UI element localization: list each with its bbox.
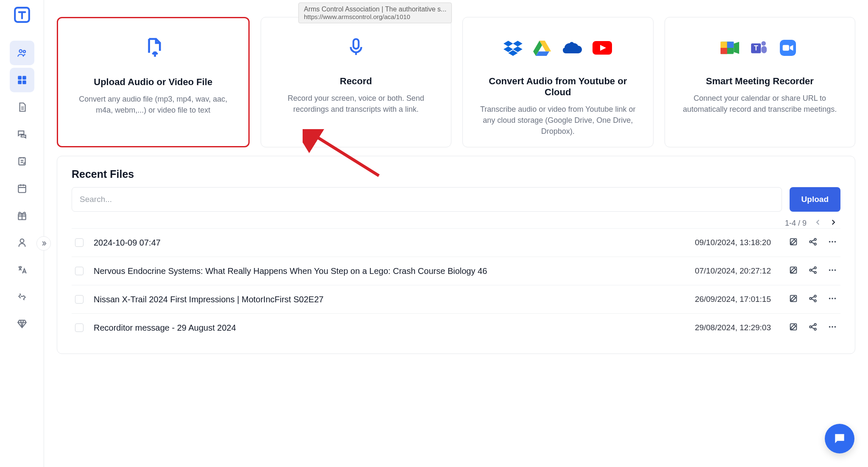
upload-button[interactable]: Upload <box>790 187 840 212</box>
next-page-button[interactable] <box>829 218 837 228</box>
svg-point-16 <box>761 41 766 46</box>
file-name: Nissan X-Trail 2024 First Impressions | … <box>94 295 663 304</box>
edit-icon[interactable] <box>789 322 798 333</box>
card-upload-desc: Convert any audio file (mp3, mp4, wav, a… <box>72 94 234 116</box>
teams-icon: T <box>750 40 770 56</box>
onedrive-icon <box>563 40 582 56</box>
file-date: 29/08/2024, 12:29:03 <box>673 323 771 332</box>
card-record[interactable]: Record Record your screen, voice or both… <box>261 17 452 147</box>
svg-point-10 <box>20 239 24 243</box>
more-icon[interactable] <box>828 294 837 305</box>
card-meeting-title: Smart Meeting Recorder <box>706 76 814 87</box>
nav-plug-icon[interactable] <box>10 285 34 309</box>
file-name: Recorditor message - 29 August 2024 <box>94 323 663 333</box>
file-row[interactable]: Recorditor message - 29 August 2024 29/0… <box>72 313 840 342</box>
nav-notes-icon[interactable] <box>10 149 34 174</box>
file-row[interactable]: Nervous Endocrine Systems: What Really H… <box>72 257 840 285</box>
svg-point-39 <box>829 298 831 299</box>
file-checkbox[interactable] <box>75 295 83 304</box>
nav-chat-icon[interactable] <box>10 122 34 146</box>
svg-point-47 <box>832 326 833 328</box>
prev-page-button[interactable] <box>814 218 822 228</box>
tooltip-title: Arms Control Association | The authorita… <box>304 6 446 13</box>
card-meeting-desc: Connect your calendar or share URL to au… <box>679 93 840 115</box>
browser-tooltip: Arms Control Association | The authorita… <box>298 3 452 23</box>
svg-point-27 <box>835 241 836 243</box>
svg-point-33 <box>832 269 833 271</box>
google-meet-icon <box>721 40 740 56</box>
nav-translate-icon[interactable] <box>10 257 34 282</box>
nav-document-icon[interactable] <box>10 95 34 119</box>
svg-point-25 <box>829 241 831 243</box>
card-cloud[interactable]: Convert Audio from Youtube or Cloud Tran… <box>462 17 654 147</box>
zoom-icon <box>780 40 799 56</box>
file-checkbox[interactable] <box>75 323 83 332</box>
svg-text:T: T <box>754 44 758 52</box>
nav-team-icon[interactable] <box>10 41 34 65</box>
youtube-icon <box>593 40 612 56</box>
card-cloud-desc: Transcribe audio or video from Youtube l… <box>477 104 638 137</box>
svg-point-1 <box>19 50 22 53</box>
share-icon[interactable] <box>808 322 818 333</box>
file-checkbox[interactable] <box>75 238 83 247</box>
page-info: 1-4 / 9 <box>785 219 807 228</box>
svg-rect-11 <box>353 39 359 49</box>
svg-point-34 <box>835 269 836 271</box>
svg-point-2 <box>23 50 25 53</box>
svg-rect-19 <box>782 45 789 50</box>
svg-rect-6 <box>22 80 26 84</box>
svg-point-48 <box>835 326 836 328</box>
svg-rect-3 <box>18 76 22 80</box>
file-date: 09/10/2024, 13:18:20 <box>673 238 771 247</box>
file-name: 2024-10-09 07:47 <box>94 238 663 248</box>
share-icon[interactable] <box>808 294 818 305</box>
file-row[interactable]: Nissan X-Trail 2024 First Impressions | … <box>72 285 840 313</box>
file-name: Nervous Endocrine Systems: What Really H… <box>94 266 663 276</box>
file-date: 26/09/2024, 17:01:15 <box>673 295 771 304</box>
share-icon[interactable] <box>808 237 818 248</box>
svg-point-46 <box>829 326 831 328</box>
svg-rect-8 <box>18 185 25 192</box>
svg-point-26 <box>832 241 833 243</box>
svg-rect-4 <box>22 76 26 80</box>
more-icon[interactable] <box>828 265 837 276</box>
svg-rect-7 <box>19 158 25 165</box>
file-checkbox[interactable] <box>75 267 83 275</box>
svg-point-40 <box>832 298 833 299</box>
chat-bubble-button[interactable] <box>825 424 854 453</box>
edit-icon[interactable] <box>789 237 798 248</box>
google-drive-icon <box>533 40 553 56</box>
nav-profile-icon[interactable] <box>10 230 34 255</box>
tooltip-url: https://www.armscontrol.org/aca/1010 <box>304 13 446 20</box>
card-record-title: Record <box>340 76 372 87</box>
app-logo <box>13 6 31 24</box>
nav-diamond-icon[interactable] <box>10 312 34 336</box>
edit-icon[interactable] <box>789 294 798 305</box>
svg-rect-17 <box>761 46 767 53</box>
file-row[interactable]: 2024-10-09 07:47 09/10/2024, 13:18:20 <box>72 228 840 257</box>
share-icon[interactable] <box>808 265 818 276</box>
more-icon[interactable] <box>828 237 837 248</box>
recent-heading: Recent Files <box>72 168 840 180</box>
svg-rect-5 <box>18 80 22 84</box>
main-content: Arms Control Association | The authorita… <box>44 0 868 467</box>
card-meeting[interactable]: T Smart Meeting Recorder Connect your ca… <box>665 17 856 147</box>
microphone-icon <box>345 36 367 59</box>
dropbox-icon <box>504 40 523 56</box>
nav-gift-icon[interactable] <box>10 203 34 228</box>
card-record-desc: Record your screen, voice or both. Send … <box>275 93 437 115</box>
nav-dashboard-icon[interactable] <box>10 68 34 92</box>
recent-panel: Recent Files Upload 1-4 / 9 2024-10-09 0… <box>57 156 855 354</box>
svg-point-41 <box>835 298 836 299</box>
sidebar <box>0 0 44 467</box>
search-input[interactable] <box>72 187 782 212</box>
more-icon[interactable] <box>828 322 837 333</box>
file-date: 07/10/2024, 20:27:12 <box>673 266 771 276</box>
nav-calendar-icon[interactable] <box>10 176 34 201</box>
card-upload-title: Upload Audio or Video File <box>94 77 212 88</box>
edit-icon[interactable] <box>789 265 798 276</box>
card-cloud-title: Convert Audio from Youtube or Cloud <box>475 76 641 98</box>
upload-file-icon <box>141 36 165 61</box>
svg-point-32 <box>829 269 831 271</box>
card-upload[interactable]: Upload Audio or Video File Convert any a… <box>57 17 250 147</box>
